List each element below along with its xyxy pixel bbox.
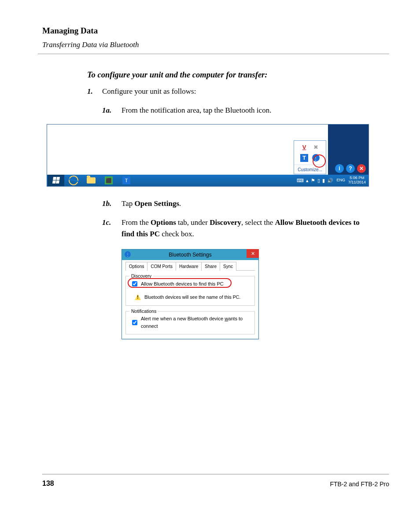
ie-button[interactable]: [65, 175, 82, 186]
alert-connect-label: Alert me when a new Bluetooth device wan…: [141, 315, 250, 330]
allow-discovery-label: Allow Bluetooth devices to find this PC: [141, 280, 224, 288]
app-t-button[interactable]: T: [118, 175, 135, 186]
bluetooth-icon[interactable]: ⋮: [312, 154, 320, 162]
folder-icon: [87, 177, 96, 183]
tab-com-ports[interactable]: COM Ports: [147, 262, 176, 271]
network-icon[interactable]: ▯: [317, 177, 320, 184]
keyboard-icon[interactable]: ⌨: [297, 177, 304, 184]
tray-flyout: V ✖ T ⋮ Customize...: [294, 140, 326, 174]
discovery-warning-text: Bluetooth devices will see the name of t…: [144, 294, 240, 301]
step-1c: 1c. From the Options tab, under Discover…: [102, 217, 389, 239]
step-1a: 1a. From the notification area, tap the …: [102, 105, 389, 116]
tab-share[interactable]: Share: [201, 262, 220, 271]
figure-bluetooth-settings: ⋮ Bluetooth Settings ✕ Options COM Ports…: [122, 249, 259, 339]
page-header-subtitle: Transferring Data via Bluetooth: [42, 39, 389, 51]
system-tray[interactable]: ⌨ ▴ ⚑ ▯ ▮ 🔊: [297, 177, 333, 184]
help-button[interactable]: ?: [346, 164, 355, 173]
header-rule: [38, 54, 389, 54]
alert-connect-checkbox[interactable]: [132, 320, 137, 325]
clock-date: 7/11/2014: [348, 180, 366, 185]
info-button[interactable]: i: [335, 164, 344, 173]
language-indicator[interactable]: ENG: [336, 177, 345, 183]
tab-hardware[interactable]: Hardware: [176, 262, 202, 271]
step-1-number: 1.: [87, 86, 102, 97]
tab-options[interactable]: Options: [125, 262, 147, 271]
step-1c-text: From the Options tab, under Discovery, s…: [122, 217, 368, 239]
dialog-title: Bluetooth Settings: [169, 251, 211, 259]
tray-icon-t[interactable]: T: [300, 154, 308, 162]
notifications-group: Notifications Alert me when a new Blueto…: [125, 311, 255, 334]
allow-discovery-checkbox[interactable]: [132, 281, 137, 286]
app-t-icon: T: [122, 176, 130, 184]
step-1c-number: 1c.: [102, 217, 122, 239]
section-title: To configure your unit and the computer …: [87, 69, 389, 81]
customize-link[interactable]: Customize...: [294, 165, 326, 173]
tab-sync[interactable]: Sync: [220, 262, 236, 271]
notifications-legend: Notifications: [129, 308, 158, 315]
taskbar: ⬛ T ⌨ ▴ ⚑ ▯ ▮ 🔊 ENG 5:06 PM 7/11/2014: [47, 175, 368, 186]
battery-icon[interactable]: ▮: [322, 177, 325, 184]
taskbar-clock[interactable]: 5:06 PM 7/11/2014: [348, 176, 366, 185]
dialog-close-button[interactable]: ✕: [247, 249, 259, 258]
discovery-legend: Discovery: [129, 273, 153, 280]
step-1b: 1b. Tap Open Settings.: [102, 198, 389, 209]
product-name: FTB-2 and FTB-2 Pro: [330, 480, 389, 489]
tray-icon-v[interactable]: V: [300, 143, 308, 151]
warning-icon: !: [135, 294, 141, 300]
figure-notification-area: V ✖ T ⋮ Customize... i ? ✕: [47, 124, 369, 187]
discovery-group: Discovery Allow Bluetooth devices to fin…: [125, 276, 255, 306]
step-1b-number: 1b.: [102, 198, 122, 209]
store-icon: ⬛: [105, 176, 113, 184]
store-button[interactable]: ⬛: [100, 175, 117, 186]
page-header-title: Managing Data: [42, 25, 389, 37]
close-button[interactable]: ✕: [357, 164, 366, 173]
ie-icon: [68, 174, 80, 186]
flag-icon[interactable]: ⚑: [311, 177, 315, 184]
tab-strip: Options COM Ports Hardware Share Sync: [125, 262, 255, 271]
explorer-button[interactable]: [83, 175, 99, 186]
windows-logo-icon: [52, 177, 59, 183]
start-button[interactable]: [48, 175, 64, 186]
step-1b-text: Tap Open Settings.: [122, 198, 181, 209]
bluetooth-title-icon: ⋮: [125, 251, 131, 257]
step-1a-number: 1a.: [102, 105, 122, 116]
footer-rule: [42, 474, 389, 475]
dialog-titlebar: ⋮ Bluetooth Settings ✕: [122, 249, 258, 260]
step-1-text: Configure your unit as follows:: [102, 86, 196, 97]
volume-icon[interactable]: 🔊: [327, 177, 333, 184]
step-1: 1. Configure your unit as follows:: [87, 86, 389, 97]
page-number: 138: [42, 478, 54, 489]
step-1a-text: From the notification area, tap the Blue…: [122, 105, 271, 116]
tray-icon-disabled[interactable]: ✖: [312, 143, 320, 151]
tray-chevron-icon[interactable]: ▴: [306, 177, 309, 184]
